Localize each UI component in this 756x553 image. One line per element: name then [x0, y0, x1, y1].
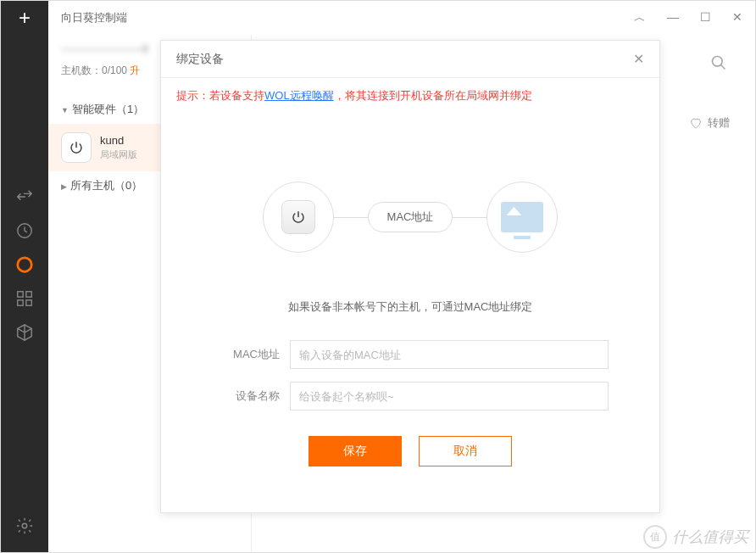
device-name-label: 设备名称 [212, 388, 280, 404]
save-button[interactable]: 保存 [309, 436, 402, 466]
device-name-input[interactable] [290, 382, 609, 411]
close-button[interactable]: ✕ [732, 10, 742, 25]
mac-label: MAC地址 [212, 347, 280, 362]
gear-icon[interactable] [15, 517, 34, 535]
add-button[interactable]: + [1, 1, 48, 35]
diagram-device-icon [263, 182, 334, 253]
maximize-button[interactable]: ☐ [700, 10, 711, 25]
power-icon [61, 132, 92, 163]
modal-hint: 提示：若设备支持WOL远程唤醒，将其连接到开机设备所在局域网并绑定 [161, 78, 659, 114]
ring-icon[interactable] [15, 255, 34, 274]
swap-icon[interactable] [15, 187, 34, 206]
diagram-mac-label: MAC地址 [368, 202, 453, 232]
clock-icon[interactable] [15, 221, 34, 240]
svg-rect-3 [26, 292, 31, 297]
connection-diagram: MAC地址 [161, 182, 659, 253]
cube-icon[interactable] [15, 323, 34, 342]
svg-point-1 [18, 258, 32, 272]
gift-button[interactable]: 转赠 [689, 115, 730, 131]
diagram-monitor-icon [486, 182, 558, 253]
caret-up-icon[interactable]: ︿ [634, 10, 646, 25]
upgrade-link[interactable]: 升 [130, 64, 140, 76]
device-subtitle: 局域网版 [100, 148, 137, 161]
minimize-button[interactable]: — [667, 10, 679, 25]
modal-note: 如果设备非本帐号下的主机，可通过MAC地址绑定 [161, 299, 659, 315]
app-title: 向日葵控制端 [61, 10, 127, 25]
sidebar: + [1, 1, 48, 552]
svg-point-6 [22, 523, 27, 528]
svg-point-7 [713, 57, 723, 67]
wol-link[interactable]: WOL远程唤醒 [264, 89, 334, 102]
svg-rect-4 [18, 300, 23, 305]
modal-title: 绑定设备 [176, 52, 224, 67]
svg-rect-5 [26, 300, 31, 305]
svg-rect-2 [18, 292, 23, 297]
mac-input[interactable] [290, 340, 609, 369]
device-name: kund [100, 134, 137, 147]
cancel-button[interactable]: 取消 [419, 436, 512, 466]
grid-icon[interactable] [15, 289, 34, 308]
search-button[interactable] [703, 47, 734, 78]
modal-close-button[interactable]: ✕ [633, 51, 644, 67]
titlebar: 向日葵控制端 ︿ — ☐ ✕ [48, 1, 755, 35]
bind-device-modal: 绑定设备 ✕ 提示：若设备支持WOL远程唤醒，将其连接到开机设备所在局域网并绑定… [160, 40, 660, 513]
